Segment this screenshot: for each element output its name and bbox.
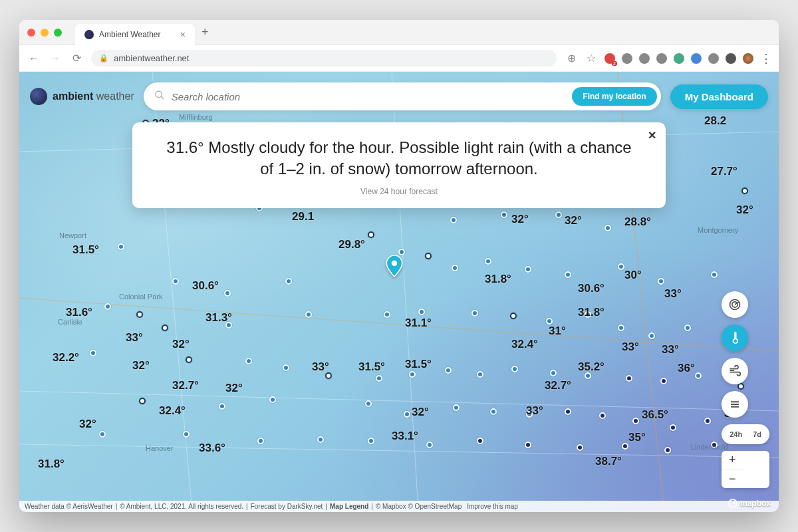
station-marker[interactable] [365, 400, 372, 407]
station-marker[interactable] [162, 325, 168, 331]
bookmark-star-icon[interactable]: ☆ [585, 52, 598, 65]
location-pin-icon[interactable] [386, 255, 403, 273]
station-marker[interactable] [425, 253, 432, 259]
station-marker[interactable] [398, 249, 405, 255]
station-marker[interactable] [477, 371, 483, 378]
mapbox-logo[interactable]: mapbox [728, 499, 771, 508]
station-marker[interactable] [555, 211, 562, 218]
station-marker[interactable] [565, 271, 571, 278]
site-actions-icon[interactable]: ⊕ [565, 52, 578, 65]
station-marker[interactable] [684, 325, 691, 331]
station-marker[interactable] [99, 431, 106, 438]
station-marker[interactable] [285, 278, 292, 285]
url-field[interactable]: 🔒 ambientweather.net [91, 50, 557, 66]
station-marker[interactable] [90, 350, 96, 356]
station-marker[interactable] [546, 318, 553, 325]
station-marker[interactable] [618, 263, 624, 270]
time-24h[interactable]: 24h [724, 428, 747, 441]
extensions-puzzle-icon[interactable] [726, 53, 736, 64]
browser-tab[interactable]: Ambient Weather × [75, 24, 195, 45]
station-marker[interactable] [695, 372, 702, 379]
station-marker[interactable] [485, 258, 491, 265]
station-marker[interactable] [599, 412, 606, 419]
forward-button[interactable]: → [49, 53, 62, 65]
station-marker[interactable] [525, 442, 531, 448]
layers-menu-button[interactable] [722, 391, 748, 418]
station-marker[interactable] [477, 438, 483, 444]
search-input[interactable] [172, 91, 566, 102]
station-marker[interactable] [445, 367, 452, 374]
station-marker[interactable] [711, 271, 718, 278]
station-marker[interactable] [648, 332, 655, 339]
station-marker[interactable] [139, 398, 146, 404]
station-marker[interactable] [453, 404, 460, 411]
station-marker[interactable] [510, 313, 517, 319]
station-marker[interactable] [418, 309, 425, 315]
extension-icon[interactable] [622, 53, 632, 64]
station-marker[interactable] [632, 418, 639, 424]
station-marker[interactable] [104, 303, 111, 310]
search-box[interactable]: Find my location [144, 82, 661, 110]
dashboard-button[interactable]: My Dashboard [670, 84, 768, 109]
station-marker[interactable] [409, 371, 416, 378]
station-marker[interactable] [618, 325, 624, 331]
close-popup-icon[interactable]: ✕ [648, 129, 656, 142]
time-7d[interactable]: 7d [747, 428, 767, 441]
station-marker[interactable] [525, 266, 531, 273]
extension-icon[interactable] [656, 53, 667, 64]
station-marker[interactable] [172, 278, 179, 285]
station-marker[interactable] [257, 438, 264, 444]
time-range-toggle[interactable]: 24h 7d [722, 424, 769, 444]
station-marker[interactable] [741, 188, 748, 194]
station-marker[interactable] [471, 310, 478, 317]
close-window-icon[interactable] [27, 29, 35, 37]
back-button[interactable]: ← [27, 53, 41, 65]
station-marker[interactable] [305, 311, 312, 318]
profile-avatar-icon[interactable] [743, 53, 753, 64]
map-legend-link[interactable]: Map Legend [330, 503, 368, 510]
station-marker[interactable] [664, 447, 671, 454]
extension-icon[interactable]: 2 [604, 53, 615, 64]
station-marker[interactable] [376, 375, 382, 382]
wind-layer-button[interactable] [722, 358, 748, 384]
extension-icon[interactable] [708, 53, 719, 64]
station-marker[interactable] [186, 356, 192, 363]
browser-menu-icon[interactable]: ⋮ [760, 51, 771, 66]
temperature-layer-button[interactable] [722, 325, 748, 351]
improve-map-link[interactable]: Improve this map [467, 503, 518, 510]
extension-icon[interactable] [691, 53, 702, 64]
station-marker[interactable] [658, 278, 664, 285]
station-marker[interactable] [136, 311, 143, 318]
station-marker[interactable] [550, 370, 557, 376]
forecast-link[interactable]: View 24 hour forecast [159, 187, 639, 196]
station-marker[interactable] [490, 408, 497, 415]
zoom-in-button[interactable]: + [722, 451, 743, 469]
station-marker[interactable] [501, 211, 507, 218]
station-marker[interactable] [118, 243, 124, 250]
reload-button[interactable]: ⟳ [70, 52, 83, 65]
new-tab-button[interactable]: + [201, 25, 209, 39]
station-marker[interactable] [511, 366, 518, 372]
station-marker[interactable] [450, 217, 457, 223]
minimize-window-icon[interactable] [41, 29, 49, 37]
station-marker[interactable] [219, 403, 225, 410]
station-marker[interactable] [704, 418, 711, 424]
close-tab-icon[interactable]: × [180, 29, 186, 40]
station-marker[interactable] [245, 358, 252, 364]
station-marker[interactable] [224, 290, 231, 297]
station-marker[interactable] [660, 378, 667, 384]
radar-layer-button[interactable] [722, 291, 748, 318]
station-marker[interactable] [622, 443, 628, 450]
station-marker[interactable] [426, 442, 433, 448]
station-marker[interactable] [384, 311, 390, 318]
station-marker[interactable] [577, 444, 583, 451]
station-marker[interactable] [626, 375, 632, 382]
station-marker[interactable] [404, 411, 410, 418]
station-marker[interactable] [452, 265, 458, 271]
station-marker[interactable] [368, 438, 374, 444]
brand-logo[interactable]: ambient weather [30, 88, 134, 105]
extension-icon[interactable] [639, 53, 650, 64]
zoom-out-button[interactable]: − [722, 469, 743, 488]
station-marker[interactable] [183, 431, 190, 438]
station-marker[interactable] [283, 364, 289, 371]
